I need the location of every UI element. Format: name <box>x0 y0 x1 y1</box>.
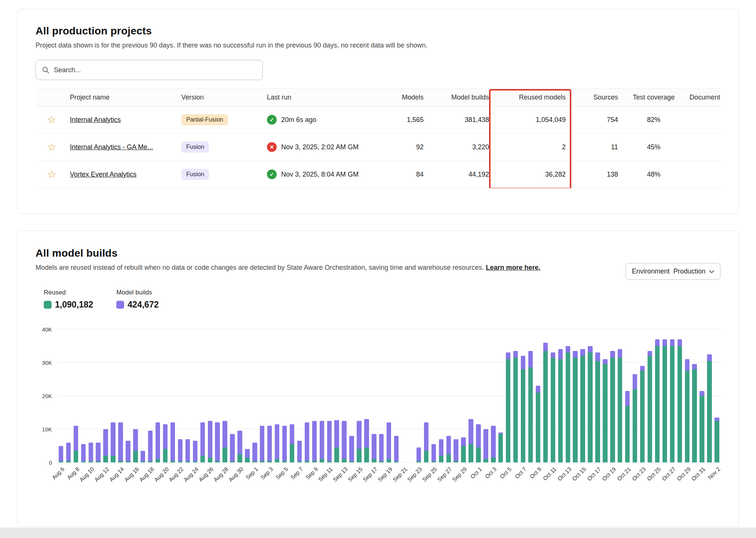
table-row: ☆Vortex Event AnalyticsFusion✓Nov 3, 202… <box>36 161 720 188</box>
chart-bar-slot: Oct 3 <box>489 329 497 462</box>
bar-segment-reused <box>118 461 123 462</box>
error-status-icon: ✕ <box>267 142 277 152</box>
x-axis-tick: Aug 10 <box>78 466 95 483</box>
stacked-bar <box>185 329 190 462</box>
stacked-bar <box>648 329 652 462</box>
col-reused-models: Reused models <box>491 94 568 101</box>
col-test-coverage: Test coverage <box>620 94 689 101</box>
project-search[interactable] <box>36 60 263 80</box>
chart-bar-slot <box>706 329 713 462</box>
stacked-bar <box>580 329 585 462</box>
stacked-bar <box>252 329 257 462</box>
version-cell: Fusion <box>181 141 267 153</box>
chart-legend: Reused 1,090,182 Model builds 424,672 <box>44 289 720 310</box>
bar-segment-model-builds <box>74 426 78 451</box>
x-axis-tick: Oct 13 <box>556 466 572 482</box>
learn-more-link[interactable]: Learn more here. <box>486 264 540 271</box>
chart-bar-slot: Aug 6 <box>57 329 65 462</box>
environment-label: Environment <box>632 268 670 275</box>
project-name-cell: Vortex Event Analytics <box>70 171 181 178</box>
environment-dropdown[interactable]: Environment Production <box>626 263 720 280</box>
version-badge: Fusion <box>181 141 209 153</box>
x-axis-tick: Sep 21 <box>391 466 408 483</box>
x-axis-tick: Oct 5 <box>499 466 513 480</box>
bar-segment-model-builds <box>230 434 234 461</box>
stacked-bar <box>66 329 71 462</box>
bar-segment-reused <box>551 358 555 462</box>
chart-bar-slot <box>288 329 296 462</box>
stacked-bar <box>245 329 249 462</box>
stacked-bar <box>275 329 279 462</box>
bar-segment-reused <box>655 346 660 463</box>
stacked-bar <box>349 329 354 462</box>
bar-segment-model-builds <box>215 422 219 461</box>
x-axis-tick: Sep 25 <box>421 466 438 483</box>
project-name-link[interactable]: Internal Analytics - GA Me... <box>70 143 153 151</box>
bar-segment-reused <box>685 371 689 462</box>
y-axis-tick: 20K <box>42 393 52 399</box>
version-cell: Partial-Fusion <box>181 114 267 125</box>
stacked-bar <box>193 329 197 462</box>
star-icon[interactable]: ☆ <box>47 169 56 180</box>
bar-segment-reused <box>461 446 465 463</box>
chart-bar-slot: Oct 29 <box>683 329 691 462</box>
bar-segment-reused <box>558 359 563 462</box>
project-name-link[interactable]: Vortex Event Analytics <box>70 171 136 178</box>
star-icon[interactable]: ☆ <box>47 115 56 125</box>
stacked-bar <box>387 329 391 462</box>
bar-segment-model-builds <box>387 422 391 459</box>
chart-bar-slot: Sep 1 <box>251 329 258 462</box>
chart-bar-slot <box>363 329 370 462</box>
project-name-link[interactable]: Internal Analytics <box>70 116 121 123</box>
bar-segment-model-builds <box>148 431 153 461</box>
legend-model-builds-label: Model builds <box>116 289 159 296</box>
stacked-bar <box>222 329 227 462</box>
bar-segment-reused <box>133 451 138 462</box>
bar-segment-model-builds <box>625 391 630 406</box>
bar-segment-model-builds <box>312 421 317 461</box>
models-cell: 1,565 <box>379 116 426 124</box>
chart-bar-slot: Oct 7 <box>519 329 527 462</box>
bar-segment-model-builds <box>610 351 615 358</box>
stacked-bar <box>461 329 465 462</box>
builds-card-subtitle: Models are reused instead of rebuilt whe… <box>36 264 720 272</box>
col-documentation: Documentation <box>689 94 720 101</box>
chart-bar-slot <box>80 329 87 462</box>
bar-segment-reused <box>610 358 615 462</box>
bar-segment-model-builds <box>417 447 421 461</box>
chart-bar-slot: Sep 3 <box>266 329 273 462</box>
star-icon[interactable]: ☆ <box>47 142 56 152</box>
bar-segment-model-builds <box>89 443 93 462</box>
bar-segment-reused <box>305 461 309 462</box>
stacked-bar <box>491 329 495 462</box>
projects-card-title: All production projects <box>36 25 720 37</box>
bar-segment-reused <box>357 449 361 462</box>
col-project-name: Project name <box>70 94 181 101</box>
stacked-bar <box>357 329 361 462</box>
bar-segment-model-builds <box>528 351 533 368</box>
stacked-bar <box>610 329 615 462</box>
chart-bar-slot <box>393 329 400 462</box>
bar-segment-reused <box>618 358 622 462</box>
bar-segment-model-builds <box>618 349 622 357</box>
bar-segment-reused <box>282 461 287 462</box>
stacked-bar <box>663 329 667 462</box>
x-axis-tick: Oct 3 <box>484 466 498 480</box>
bar-segment-reused <box>446 454 451 462</box>
bar-segment-model-builds <box>178 439 182 462</box>
chart-bar-slot: Oct 11 <box>549 329 557 462</box>
reused-models-cell: 2 <box>491 143 568 151</box>
stacked-bar <box>379 329 384 462</box>
bar-segment-reused <box>536 392 540 462</box>
bar-segment-reused <box>663 346 667 463</box>
search-input[interactable] <box>54 66 256 74</box>
bar-segment-reused <box>96 461 100 462</box>
bar-segment-model-builds <box>461 437 465 446</box>
stacked-bar <box>290 329 294 462</box>
bar-segment-model-builds <box>521 356 525 369</box>
x-axis-tick: Oct 15 <box>571 466 587 482</box>
stacked-bar <box>483 329 488 462</box>
bar-segment-reused <box>528 367 533 462</box>
bar-segment-model-builds <box>633 374 637 389</box>
chart-bar-slot <box>616 329 624 462</box>
